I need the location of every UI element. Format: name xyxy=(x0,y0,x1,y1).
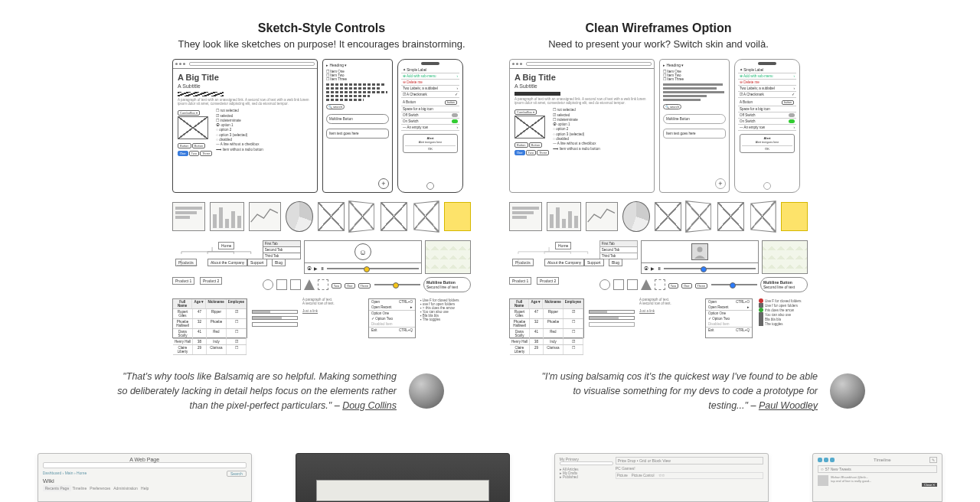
pie-chart-icon xyxy=(286,201,312,232)
coverflow-left-icon xyxy=(348,200,374,233)
feature-columns: Sketch-Style Controls They look like ske… xyxy=(0,0,980,342)
testimonial-2: "I'm using balsamiq cos it's the quickes… xyxy=(536,370,865,412)
browser-mock-clean: A Big Title A Subtitle A paragraph of te… xyxy=(509,59,655,193)
sitemap-icon: Home Products About the Company Support … xyxy=(172,240,258,294)
video-player-icon: ☺ ⦿▶⏸ xyxy=(304,240,422,274)
shapes-row xyxy=(263,279,328,290)
clean-column: Clean Wireframes Option Need to present … xyxy=(505,21,812,342)
thumb-4[interactable]: Timeline✎ ☺ 57 New Tweets Mohan Bhambhan… xyxy=(812,453,942,502)
line-chart-icon xyxy=(249,202,281,231)
testimonials-row: "That's why tools like Balsamiq are so h… xyxy=(0,370,980,412)
bullet-list: Use F for closed foldersuse f for open f… xyxy=(420,298,471,338)
browser-mock: A Big Title A Subtitle A paragraph of te… xyxy=(172,59,318,193)
thumb-3[interactable]: My Primary ▸ All Articles▸ My Drafts▸ Pu… xyxy=(554,453,769,502)
multiline-button: Multiline Button xyxy=(326,114,389,124)
testimonial-1: "That's why tools like Balsamiq are so h… xyxy=(115,370,444,412)
clean-heading: Clean Wireframes Option xyxy=(505,21,812,35)
placeholder-icon xyxy=(318,202,345,231)
thumb-1[interactable]: A Web Page Dashboard › Main › Home Searc… xyxy=(38,453,252,502)
sketch-column: Sketch-Style Controls They look like ske… xyxy=(168,21,475,342)
data-table: Full NameAge ▾NicknameEmployee Rupert Gi… xyxy=(172,298,247,338)
map-icon xyxy=(425,240,471,274)
context-menu: OpenCTRL+O Open Recent▸ Option One ✓ Opt… xyxy=(368,298,416,338)
hbar-chart-icon xyxy=(172,202,205,231)
progress-bars xyxy=(252,298,298,338)
testimonial-2-avatar xyxy=(830,373,865,409)
plus-icon: + xyxy=(378,178,389,189)
testimonial-1-author-link[interactable]: Doug Collins xyxy=(342,400,397,411)
phone-mock: ✦ Simple Label ⊕ Add with sub-menu› ⊖ De… xyxy=(397,59,463,193)
home-button-icon xyxy=(426,182,434,190)
bottom-thumbnails: A Web Page Dashboard › Main › Home Searc… xyxy=(0,453,980,502)
avatar-icon xyxy=(691,243,708,260)
thumb-2[interactable] xyxy=(296,453,510,502)
testimonial-2-author-link[interactable]: Paul Woodley xyxy=(759,400,818,411)
clean-sample-image: A Big Title A Subtitle A paragraph of te… xyxy=(509,59,808,342)
vbar-chart-icon xyxy=(210,202,244,231)
scribble-icon xyxy=(178,92,224,96)
list-panel: ▸ Heading ▾ ☐ Item One☐ Item Two☐ Item T… xyxy=(322,59,393,193)
avatar-icon: ☺ xyxy=(354,243,371,260)
paragraph-sample: A paragraph of text.A second row of text… xyxy=(302,298,364,338)
testimonial-1-avatar xyxy=(409,373,444,409)
sketch-subtitle: They look like sketches on purpose! It e… xyxy=(168,38,475,50)
sticky-note-icon xyxy=(444,202,471,231)
wf-big-title: A Big Title xyxy=(178,72,312,83)
clean-subtitle: Need to present your work? Switch skin a… xyxy=(505,38,812,50)
sketch-sample-image: A Big Title A Subtitle A paragraph of te… xyxy=(172,59,471,342)
image-placeholder-icon xyxy=(178,116,208,139)
coverflow-center-icon xyxy=(381,202,407,231)
plus-icon: + xyxy=(715,178,726,189)
svg-point-0 xyxy=(697,247,702,253)
multiline-button-2: Multiline ButtonSecond line of text xyxy=(423,277,471,292)
wf-subtitle: A Subtitle xyxy=(178,83,312,90)
sketch-heading: Sketch-Style Controls xyxy=(168,21,475,35)
coverflow-right-icon xyxy=(414,200,440,233)
